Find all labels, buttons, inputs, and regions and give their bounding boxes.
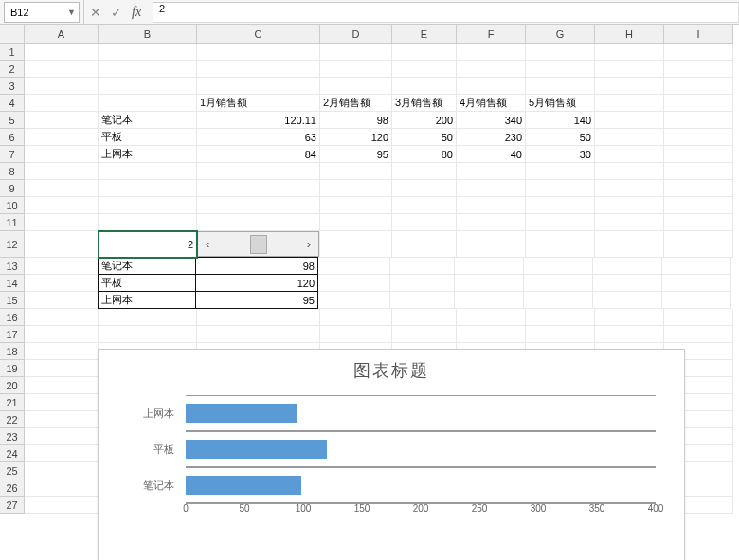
cell[interactable] <box>320 214 392 231</box>
cell[interactable] <box>99 309 197 326</box>
cell[interactable] <box>457 78 526 95</box>
row-header[interactable]: 20 <box>0 377 25 394</box>
cell[interactable]: 2月销售额 <box>320 95 392 112</box>
row-header[interactable]: 2 <box>0 61 25 78</box>
col-header-B[interactable]: B <box>99 25 197 44</box>
cell[interactable] <box>25 360 99 377</box>
cell[interactable]: 4月销售额 <box>457 95 526 112</box>
cell[interactable]: 98 <box>320 112 392 129</box>
col-header-H[interactable]: H <box>595 25 664 44</box>
col-header-D[interactable]: D <box>320 25 392 44</box>
row-header[interactable]: 21 <box>0 394 25 411</box>
cell[interactable] <box>457 163 526 180</box>
cell[interactable] <box>457 197 526 214</box>
cell[interactable]: 63 <box>197 129 320 146</box>
cell[interactable]: 120 <box>320 129 392 146</box>
cell[interactable]: 上网本 <box>99 146 197 163</box>
cell[interactable] <box>197 78 320 95</box>
cell[interactable] <box>595 44 664 61</box>
cell[interactable]: 5月销售额 <box>526 95 595 112</box>
cell[interactable] <box>197 326 320 343</box>
cell[interactable] <box>524 258 593 275</box>
cell-selected[interactable]: 2 <box>99 231 197 258</box>
cell[interactable] <box>392 180 457 197</box>
row-header[interactable]: 10 <box>0 197 25 214</box>
cell[interactable] <box>25 292 99 309</box>
cell[interactable] <box>99 326 197 343</box>
cell[interactable] <box>526 61 595 78</box>
cell[interactable] <box>392 309 457 326</box>
cell[interactable] <box>320 197 392 214</box>
row-header[interactable]: 1 <box>0 44 25 61</box>
row-header[interactable]: 5 <box>0 112 25 129</box>
cell[interactable] <box>664 326 733 343</box>
fx-icon[interactable]: fx <box>132 5 141 20</box>
cell[interactable] <box>526 78 595 95</box>
cell[interactable] <box>25 163 99 180</box>
cell[interactable] <box>457 326 526 343</box>
select-all-corner[interactable] <box>0 25 25 44</box>
cell[interactable] <box>595 180 664 197</box>
cell[interactable]: 120 <box>195 274 318 292</box>
row-header[interactable]: 16 <box>0 309 25 326</box>
cell[interactable] <box>664 95 733 112</box>
cell[interactable]: 笔记本 <box>99 112 197 129</box>
row-header[interactable]: 25 <box>0 462 25 479</box>
row-header[interactable]: 22 <box>0 411 25 428</box>
scroll-left-icon[interactable]: ‹ <box>198 237 217 251</box>
cell[interactable] <box>664 180 733 197</box>
cell[interactable] <box>526 44 595 61</box>
cell[interactable] <box>662 275 731 292</box>
cell[interactable]: 230 <box>457 129 526 146</box>
cell[interactable]: 340 <box>457 112 526 129</box>
cell[interactable] <box>25 479 99 497</box>
cell[interactable] <box>25 462 99 479</box>
cell[interactable] <box>99 78 197 95</box>
scroll-thumb[interactable] <box>250 235 267 254</box>
cell[interactable]: 95 <box>195 291 318 309</box>
row-header[interactable]: 15 <box>0 292 25 309</box>
cell[interactable] <box>664 78 733 95</box>
cell[interactable] <box>457 44 526 61</box>
cell[interactable] <box>457 61 526 78</box>
cell[interactable] <box>25 180 99 197</box>
cell[interactable] <box>320 231 392 258</box>
cell[interactable] <box>25 428 99 445</box>
cell[interactable] <box>25 343 99 360</box>
col-header-I[interactable]: I <box>664 25 733 44</box>
cell[interactable] <box>457 231 526 258</box>
cell[interactable] <box>25 112 99 129</box>
cell[interactable] <box>664 197 733 214</box>
cell[interactable] <box>526 163 595 180</box>
cell[interactable] <box>99 214 197 231</box>
cell[interactable]: 上网本 <box>98 291 196 309</box>
cell[interactable] <box>320 61 392 78</box>
cell[interactable] <box>595 78 664 95</box>
col-header-G[interactable]: G <box>526 25 595 44</box>
cell[interactable] <box>664 146 733 163</box>
cell[interactable] <box>524 292 593 309</box>
row-header[interactable]: 14 <box>0 275 25 292</box>
row-header[interactable]: 11 <box>0 214 25 231</box>
cell[interactable]: 40 <box>457 146 526 163</box>
cell[interactable] <box>320 326 392 343</box>
row-header[interactable]: 18 <box>0 343 25 360</box>
cell[interactable] <box>25 44 99 61</box>
row-header[interactable]: 6 <box>0 129 25 146</box>
cancel-icon[interactable]: ✕ <box>90 5 101 20</box>
cell[interactable] <box>664 112 733 129</box>
cell[interactable] <box>457 309 526 326</box>
cell[interactable] <box>595 95 664 112</box>
cell[interactable]: 1月销售额 <box>197 95 320 112</box>
cell[interactable] <box>392 214 457 231</box>
cell[interactable] <box>197 309 320 326</box>
confirm-icon[interactable]: ✓ <box>111 5 122 20</box>
cell[interactable] <box>99 197 197 214</box>
cell[interactable] <box>455 258 524 275</box>
cell[interactable] <box>99 180 197 197</box>
cell[interactable] <box>595 231 664 258</box>
cell[interactable] <box>457 214 526 231</box>
cell[interactable] <box>664 129 733 146</box>
cell[interactable] <box>320 78 392 95</box>
row-header[interactable]: 26 <box>0 479 25 497</box>
